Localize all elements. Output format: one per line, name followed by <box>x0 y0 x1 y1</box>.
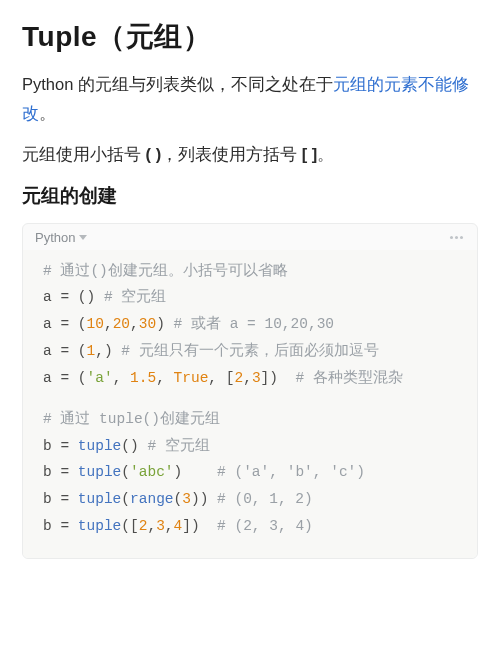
intro2-a: 元组使用小括号 <box>22 145 146 163</box>
code-line: b = tuple([2,3,4]) # (2, 3, 4) <box>43 513 463 540</box>
code-line: a = (10,20,30) # 或者 a = 10,20,30 <box>43 311 463 338</box>
code-block: Python # 通过()创建元组。小括号可以省略 a = () # 空元组 a… <box>22 223 478 559</box>
code-block-header: Python <box>23 224 477 250</box>
section-heading: 元组的创建 <box>22 183 478 209</box>
code-line: a = (1,) # 元组只有一个元素，后面必须加逗号 <box>43 338 463 365</box>
intro-paragraph-2: 元组使用小括号 ( )，列表使用方括号 [ ]。 <box>22 140 478 169</box>
intro2-b: ( ) <box>146 145 162 163</box>
intro-paragraph-1: Python 的元组与列表类似，不同之处在于元组的元素不能修改。 <box>22 70 478 128</box>
intro2-c: ，列表使用方括号 <box>161 145 302 163</box>
code-line: a = () # 空元组 <box>43 284 463 311</box>
intro2-d: [ ] <box>302 145 318 163</box>
code-line: # 通过()创建元组。小括号可以省略 <box>43 258 463 285</box>
page-title: Tuple（元组） <box>22 18 478 56</box>
code-comment: # 通过 tuple()创建元组 <box>43 411 220 427</box>
code-line: # 通过 tuple()创建元组 <box>43 406 463 433</box>
code-line: b = tuple(range(3)) # (0, 1, 2) <box>43 486 463 513</box>
code-line: b = tuple() # 空元组 <box>43 433 463 460</box>
code-line: b = tuple('abc') # ('a', 'b', 'c') <box>43 459 463 486</box>
code-language-selector[interactable]: Python <box>35 230 87 245</box>
code-language-label: Python <box>35 230 75 245</box>
code-more-button[interactable] <box>446 232 467 243</box>
more-icon <box>450 236 453 239</box>
code-line: a = ('a', 1.5, True, [2,3]) # 各种类型混杂 <box>43 365 463 392</box>
code-blank-line <box>43 392 463 406</box>
code-comment: # 通过()创建元组。小括号可以省略 <box>43 263 288 279</box>
code-body: # 通过()创建元组。小括号可以省略 a = () # 空元组 a = (10,… <box>23 250 477 558</box>
chevron-down-icon <box>79 235 87 240</box>
more-icon <box>455 236 458 239</box>
intro1-prefix: Python 的元组与列表类似，不同之处在于 <box>22 75 333 93</box>
intro2-e: 。 <box>317 145 334 163</box>
intro1-suffix: 。 <box>39 104 56 122</box>
more-icon <box>460 236 463 239</box>
